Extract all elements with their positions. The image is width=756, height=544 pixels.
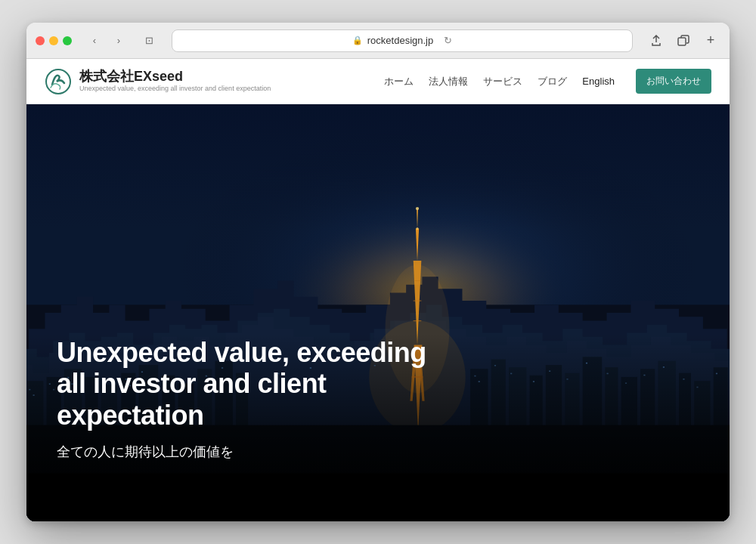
maximize-button[interactable]: [63, 36, 72, 45]
nav-contact-button[interactable]: お問い合わせ: [636, 69, 711, 94]
browser-window: ‹ › ⊡ 🔒 rocketdesign.jp ↻ +: [26, 23, 730, 521]
share-button[interactable]: [645, 29, 668, 52]
window-toggle-button[interactable]: ⊡: [138, 30, 160, 51]
back-button[interactable]: ‹: [84, 30, 105, 51]
reload-button[interactable]: ↻: [444, 35, 452, 46]
new-tab-button[interactable]: +: [701, 31, 720, 51]
hero-title: Unexpected value, exceeding all investor…: [57, 337, 450, 431]
site-navigation: 株式会社EXseed Unexpected value, exceeding a…: [26, 59, 730, 104]
svg-rect-0: [678, 38, 686, 45]
site-logo: 株式会社EXseed Unexpected value, exceeding a…: [45, 68, 271, 95]
hero-top-overlay: [26, 104, 730, 230]
close-button[interactable]: [36, 36, 45, 45]
nav-services[interactable]: サービス: [483, 75, 522, 88]
browser-titlebar: ‹ › ⊡ 🔒 rocketdesign.jp ↻ +: [26, 23, 730, 59]
minimize-button[interactable]: [49, 36, 58, 45]
nav-buttons: ‹ ›: [84, 30, 129, 51]
company-name: 株式会社EXseed: [79, 69, 271, 85]
url-text: rocketdesign.jp: [367, 35, 433, 46]
nav-blog[interactable]: ブログ: [538, 75, 567, 88]
nav-links: ホーム 法人情報 サービス ブログ English お問い合わせ: [384, 69, 711, 94]
hero-content: Unexpected value, exceeding all investor…: [57, 337, 699, 461]
traffic-lights: [36, 36, 72, 45]
forward-button[interactable]: ›: [108, 30, 129, 51]
hero-subtitle-japanese: 全ての人に期待以上の価値を: [57, 443, 699, 461]
nav-corporate[interactable]: 法人情報: [429, 75, 468, 88]
hero-section: Unexpected value, exceeding all investor…: [26, 104, 730, 521]
nav-english[interactable]: English: [582, 76, 615, 87]
tabs-button[interactable]: [672, 29, 695, 52]
toolbar-right: +: [645, 29, 720, 52]
lock-icon: 🔒: [352, 36, 363, 45]
website-content: 株式会社EXseed Unexpected value, exceeding a…: [26, 59, 730, 521]
address-bar[interactable]: 🔒 rocketdesign.jp ↻: [172, 29, 633, 52]
nav-home[interactable]: ホーム: [384, 75, 414, 88]
company-tagline: Unexpected value, exceeding all investor…: [79, 85, 271, 94]
logo-icon: [45, 68, 72, 95]
logo-text: 株式会社EXseed Unexpected value, exceeding a…: [79, 69, 271, 94]
